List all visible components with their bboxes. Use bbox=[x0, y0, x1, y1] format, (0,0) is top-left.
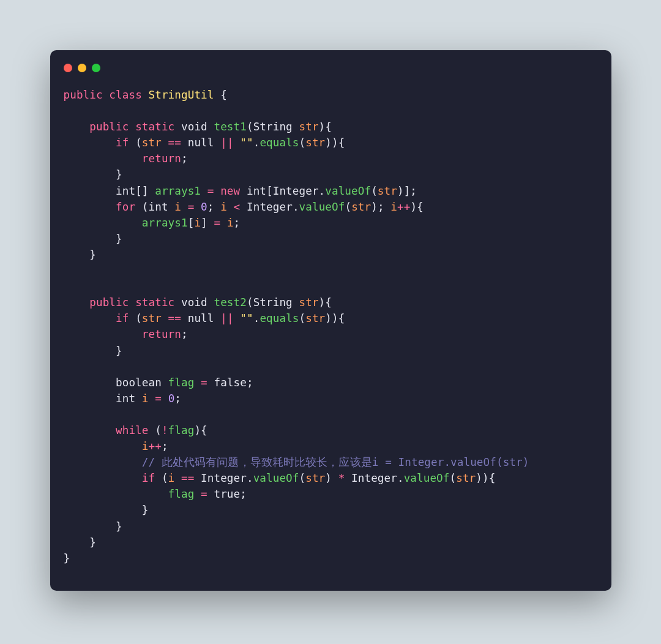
code-token: ( bbox=[345, 201, 351, 213]
code-line: int[] arrays1 = new int[Integer.valueOf(… bbox=[64, 185, 417, 197]
code-line: } bbox=[64, 249, 96, 261]
code-token: } bbox=[64, 552, 70, 564]
code-token: = bbox=[188, 201, 195, 213]
code-token: ){ bbox=[319, 296, 332, 309]
code-token: valueOf bbox=[299, 201, 345, 213]
code-token bbox=[64, 217, 142, 229]
code-token: ; bbox=[181, 328, 188, 340]
code-token: public bbox=[89, 296, 129, 309]
minimize-icon[interactable] bbox=[78, 64, 86, 72]
code-token: == bbox=[181, 472, 194, 484]
code-token bbox=[129, 296, 135, 309]
code-token: valueOf bbox=[325, 185, 371, 197]
code-token: || bbox=[220, 137, 233, 149]
code-token bbox=[293, 296, 299, 309]
code-token: while bbox=[116, 424, 148, 436]
code-token: )){ bbox=[325, 312, 345, 324]
code-token bbox=[64, 440, 142, 452]
code-token bbox=[103, 89, 110, 101]
code-token: flag bbox=[168, 424, 195, 436]
code-token: [] bbox=[135, 185, 155, 197]
code-line: if (str == null || "".equals(str)){ bbox=[64, 312, 345, 324]
code-token bbox=[64, 201, 116, 213]
code-token: { bbox=[214, 89, 226, 101]
code-token: } bbox=[64, 168, 122, 181]
code-token: true bbox=[214, 488, 240, 500]
code-token bbox=[227, 201, 234, 213]
code-token: ){ bbox=[410, 201, 423, 213]
code-line: while (!flag){ bbox=[64, 424, 207, 436]
code-line: } bbox=[64, 536, 96, 549]
code-token: ( bbox=[299, 137, 306, 149]
code-token bbox=[162, 312, 168, 324]
code-token: ; bbox=[162, 440, 168, 452]
code-token: "" bbox=[240, 137, 253, 149]
code-token: i bbox=[142, 392, 149, 405]
code-token: str bbox=[456, 472, 476, 484]
code-token bbox=[181, 137, 188, 149]
code-token: ){ bbox=[194, 424, 207, 436]
code-token: void bbox=[181, 121, 207, 133]
code-token: ; bbox=[207, 201, 220, 213]
code-token: 0 bbox=[201, 201, 207, 213]
code-token: false bbox=[214, 376, 247, 389]
code-token bbox=[64, 424, 116, 436]
code-token bbox=[64, 328, 142, 340]
code-token bbox=[345, 472, 351, 484]
code-token: . bbox=[247, 472, 253, 484]
code-token bbox=[293, 121, 299, 133]
code-token: ( bbox=[247, 296, 253, 309]
code-token: str bbox=[378, 185, 397, 197]
code-token: str bbox=[305, 137, 325, 149]
code-token: = bbox=[201, 376, 207, 389]
code-token bbox=[174, 296, 181, 309]
code-token: int bbox=[149, 201, 168, 213]
code-token: equals bbox=[260, 312, 299, 324]
code-token: class bbox=[109, 89, 141, 101]
code-token: ( bbox=[299, 472, 306, 484]
code-token: } bbox=[64, 520, 122, 533]
code-token bbox=[162, 137, 168, 149]
code-token bbox=[174, 121, 181, 133]
code-token: [ bbox=[188, 217, 195, 229]
code-token: ; bbox=[181, 152, 188, 165]
code-token: if bbox=[116, 312, 129, 324]
code-token: [ bbox=[266, 185, 273, 197]
code-line: public static void test2(String str){ bbox=[64, 296, 332, 309]
code-line: if (str == null || "".equals(str)){ bbox=[64, 137, 345, 149]
code-token: test1 bbox=[214, 121, 246, 133]
code-token: } bbox=[64, 345, 122, 357]
code-token bbox=[64, 185, 116, 197]
code-token bbox=[64, 312, 116, 324]
zoom-icon[interactable] bbox=[92, 64, 100, 72]
code-token: int bbox=[247, 185, 266, 197]
code-token: null bbox=[188, 137, 214, 149]
code-token: str bbox=[299, 121, 319, 133]
code-token: . bbox=[397, 472, 404, 484]
code-token: flag bbox=[168, 488, 195, 500]
code-token bbox=[64, 152, 142, 165]
code-token: int bbox=[116, 392, 135, 405]
code-token: ! bbox=[162, 424, 168, 436]
code-token bbox=[240, 185, 247, 197]
code-token bbox=[174, 472, 181, 484]
code-token bbox=[194, 488, 201, 500]
code-token: ; bbox=[234, 217, 241, 229]
code-token bbox=[207, 121, 214, 133]
code-token: i bbox=[142, 440, 149, 452]
code-token: Integer bbox=[247, 201, 293, 213]
code-token: < bbox=[234, 201, 241, 213]
window-titlebar bbox=[50, 50, 611, 81]
code-token bbox=[240, 201, 247, 213]
code-line: for (int i = 0; i < Integer.valueOf(str)… bbox=[64, 201, 424, 213]
code-token: str bbox=[142, 137, 162, 149]
code-token: int bbox=[116, 185, 135, 197]
code-token: i bbox=[227, 217, 234, 229]
code-token bbox=[129, 121, 135, 133]
code-token: // 此处代码有问题，导致耗时比较长，应该是i = Integer.valueO… bbox=[142, 456, 529, 468]
close-icon[interactable] bbox=[64, 64, 72, 72]
code-token bbox=[207, 296, 214, 309]
code-token: if bbox=[142, 472, 155, 484]
code-token: i bbox=[168, 472, 175, 484]
code-line: } bbox=[64, 233, 122, 245]
